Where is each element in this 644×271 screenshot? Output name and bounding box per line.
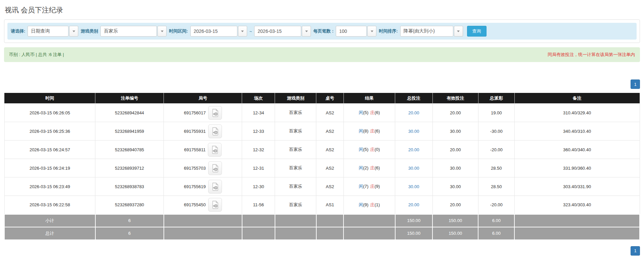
select-mode-combobox: [28, 26, 78, 37]
cell-game-type: 百家乐: [275, 122, 316, 141]
cell-result: 闲(8)庄(6): [343, 122, 395, 141]
time-sort-dropdown-button[interactable]: [454, 26, 463, 37]
cell-bet-number: 523268938783: [95, 177, 164, 196]
result-player: 闲(2): [359, 165, 369, 170]
cell-note: 331.90/360.40: [514, 159, 640, 177]
cell-round-number: 691755450: [164, 196, 242, 214]
total-bet-link[interactable]: 20.00: [408, 202, 419, 207]
column-header: 游戏类别: [275, 93, 316, 104]
round-number: 691755450: [184, 202, 206, 207]
cell-valid-bet: 30.00: [432, 159, 478, 177]
column-header: 桌号: [316, 93, 343, 104]
video-replay-button[interactable]: [208, 180, 222, 194]
cell-game-type: 百家乐: [275, 177, 316, 196]
video-file-icon: [211, 182, 219, 191]
summary-total-bet: 150.00: [395, 227, 433, 240]
time-sort-input[interactable]: [400, 26, 453, 37]
cell-game-type: 百家乐: [275, 159, 316, 177]
video-replay-button[interactable]: [208, 143, 222, 157]
result-player: 闲(8): [359, 128, 369, 133]
cell-time: 2026-03-15 06:24:57: [4, 141, 95, 159]
time-sort-combobox: [400, 26, 463, 37]
cell-valid-bet: 30.00: [432, 122, 478, 141]
video-replay-button[interactable]: [208, 106, 222, 120]
column-header: 场次: [242, 93, 275, 104]
cell-result: 闲(7)庄(9): [343, 177, 395, 196]
cell-session: 12-30: [242, 177, 275, 196]
bets-table-body: 2026-03-15 06:26:05 523268942844 6917560…: [4, 104, 640, 214]
cell-payout: 19.00: [478, 104, 514, 122]
summary-currency-count: 币别 : 人民币 | 总共 :6 注单 |: [9, 52, 64, 58]
result-banker: 庄(1): [370, 202, 380, 207]
cell-result: 闲(9)庄(1): [343, 196, 395, 214]
summary-valid-bet: 150.00: [432, 227, 478, 240]
cell-table-number: AS2: [316, 104, 343, 122]
round-number: 691755931: [184, 129, 206, 134]
column-header: 有效投注: [432, 93, 478, 104]
bets-table-footer: 小计 6 150.00 150.00 6.00 总计 6 150.00 150.…: [4, 214, 640, 240]
summary-payout: 6.00: [478, 227, 514, 240]
cell-time: 2026-03-15 06:22:58: [4, 196, 95, 214]
cell-bet-number: 523268940785: [95, 141, 164, 159]
video-file-icon: [211, 127, 219, 136]
search-button[interactable]: 查询: [467, 26, 487, 37]
cell-payout: 28.50: [478, 177, 514, 196]
round-number: 691755811: [184, 147, 205, 152]
table-row: 2026-03-15 06:25:36 523268941959 6917559…: [4, 122, 640, 141]
round-number: 691755703: [184, 166, 206, 171]
cell-time: 2026-03-15 06:24:19: [4, 159, 95, 177]
time-sort-label: 时间排序:: [379, 28, 398, 34]
time-to-input[interactable]: [254, 26, 301, 37]
page-size-input[interactable]: [336, 26, 367, 37]
round-number: 691755619: [184, 184, 206, 189]
cell-round-number: 691755931: [164, 122, 242, 141]
game-type-dropdown-button[interactable]: [157, 26, 167, 37]
chevron-down-icon: [73, 31, 75, 32]
select-mode-input[interactable]: [28, 26, 68, 37]
cell-table-number: AS2: [316, 122, 343, 141]
column-header: 结果: [343, 93, 395, 104]
column-header: 总投注: [395, 93, 433, 104]
video-file-icon: [211, 201, 219, 209]
video-file-icon: [211, 109, 219, 117]
video-replay-button[interactable]: [208, 124, 222, 138]
chevron-down-icon: [305, 31, 308, 32]
select-mode-dropdown-button[interactable]: [69, 26, 78, 37]
chevron-down-icon: [457, 31, 460, 32]
video-replay-button[interactable]: [208, 198, 222, 212]
video-replay-button[interactable]: [208, 161, 222, 175]
round-number: 691756017: [184, 110, 206, 115]
chevron-down-icon: [371, 31, 373, 32]
time-from-input[interactable]: [190, 26, 237, 37]
page-size-combobox: [336, 26, 376, 37]
total-bet-link[interactable]: 30.00: [408, 129, 419, 134]
total-bet-link[interactable]: 20.00: [408, 147, 419, 152]
time-from-dropdown-button[interactable]: [238, 26, 247, 37]
page-size-dropdown-button[interactable]: [367, 26, 376, 37]
cell-total-bet: 20.00: [395, 104, 433, 122]
page-container: 视讯 会员下注纪录 请选择: 游戏类别 时间区间: ~ 每页: [0, 0, 644, 264]
cell-round-number: 691755703: [164, 159, 242, 177]
header-row: 时间注单编号局号场次游戏类别桌号结果总投注有效投注总派彩备注: [4, 93, 640, 104]
time-from-combobox: [190, 26, 247, 37]
total-bet-link[interactable]: 30.00: [408, 166, 419, 171]
cell-round-number: 691756017: [164, 104, 242, 122]
video-file-icon: [211, 146, 219, 154]
cell-payout: -20.00: [478, 141, 514, 159]
cell-round-number: 691755811: [164, 141, 242, 159]
total-bet-link[interactable]: 30.00: [408, 184, 419, 189]
cell-table-number: AS1: [316, 196, 343, 214]
cell-result: 闲(5)庄(0): [343, 141, 395, 159]
page-1-button[interactable]: 1: [631, 246, 640, 256]
time-to-dropdown-button[interactable]: [302, 26, 311, 37]
range-separator: ~: [249, 29, 252, 34]
page-1-button[interactable]: 1: [631, 79, 640, 89]
chevron-down-icon: [161, 31, 164, 32]
total-bet-link[interactable]: 20.00: [408, 110, 419, 115]
game-type-input[interactable]: [100, 26, 157, 37]
filter-panel: 请选择: 游戏类别 时间区间: ~ 每页笔数 :: [4, 19, 640, 43]
summary-count: 6: [95, 214, 164, 227]
cell-valid-bet: 20.00: [432, 141, 478, 159]
summary-label: 总计: [4, 227, 95, 240]
cell-note: 310.40/329.40: [514, 104, 640, 122]
